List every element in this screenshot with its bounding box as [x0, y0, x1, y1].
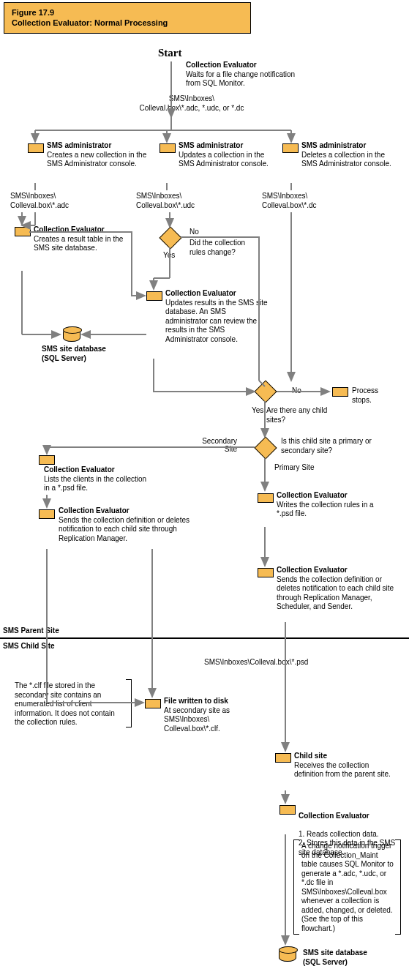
write-rules: Collection Evaluator Writes the collecti…: [277, 491, 386, 519]
no-label: No: [292, 386, 301, 394]
bracket-icon: [293, 839, 299, 935]
process-stops: Process stops.: [352, 386, 396, 405]
clf-note: The *.clf file stored in the secondary s…: [15, 681, 124, 727]
process-box: [279, 805, 296, 815]
send-def-full: Collection Evaluator Sends the collectio…: [277, 566, 401, 612]
bracket-icon: [395, 839, 401, 935]
db2-label: SMS site database (SQL Server): [303, 949, 398, 967]
figure-title: Collection Evaluator: Normal Processing: [12, 18, 168, 27]
process-box: [160, 143, 176, 153]
process-box: [146, 291, 162, 301]
process-box: [258, 568, 274, 577]
database-icon: [279, 949, 296, 962]
admin-update: SMS administrator Updates a collection i…: [179, 141, 274, 169]
site-divider: [0, 637, 409, 639]
trigger-note: A change notification trigger on the Col…: [301, 842, 395, 933]
rules-question: Did the collection rules change?: [190, 239, 255, 257]
decision-diamond: [254, 436, 277, 459]
yes-label: Yes: [163, 251, 175, 259]
process-box: [282, 143, 299, 153]
child-site-label: SMS Child Site: [3, 642, 55, 651]
update-results: Collection Evaluator Updates results in …: [165, 289, 268, 344]
admin-delete: SMS administrator Deletes a collection i…: [301, 141, 401, 169]
process-box: [15, 227, 31, 236]
database-icon: [63, 329, 80, 342]
db1-label: SMS site database (SQL Server): [42, 345, 130, 363]
start-label: Start: [158, 47, 182, 59]
child-question: Are there any child sites?: [266, 406, 332, 424]
process-box: [332, 387, 348, 397]
decision-diamond: [159, 226, 181, 249]
process-box: [275, 753, 291, 763]
child-site-node: Child site Receives the collection defin…: [294, 752, 397, 779]
path-adc: SMS\Inboxes\ Colleval.box\*.adc: [10, 192, 105, 210]
path-udc: SMS\Inboxes\ Colleval.box\*.udc: [136, 192, 231, 210]
primary-label: Primary Site: [274, 463, 314, 471]
create-result: Collection Evaluator Creates a result ta…: [34, 225, 129, 253]
process-box: [28, 143, 44, 153]
send-def-or-del: Collection Evaluator Sends the collectio…: [59, 506, 198, 543]
wait-node: Collection Evaluator Waits for a file ch…: [186, 61, 296, 89]
site-type-question: Is this child site a primary or secondar…: [281, 437, 391, 455]
path-dc: SMS\Inboxes\ Colleval.box\*.dc: [262, 192, 357, 210]
decision-diamond: [254, 380, 277, 403]
file-written: File written to disk At secondary site a…: [164, 697, 252, 733]
admin-create: SMS administrator Creates a new collecti…: [47, 141, 151, 169]
process-box: [145, 699, 161, 708]
secondary-label: Secondary Site: [193, 437, 237, 453]
figure-title-box: Figure 17.9 Collection Evaluator: Normal…: [4, 2, 251, 34]
yes-label: Yes: [252, 406, 263, 414]
parent-site-label: SMS Parent Site: [3, 626, 59, 636]
bracket-icon: [126, 679, 132, 727]
wait-path-label: SMS\Inboxes\ Colleval.box\*.adc, *.udc, …: [119, 94, 265, 113]
psd-path: SMS\Inboxes\Colleval.box\*.psd: [204, 658, 308, 667]
list-clients: Collection Evaluator Lists the clients i…: [44, 465, 154, 493]
process-box: [39, 509, 55, 519]
process-box: [39, 455, 55, 465]
process-box: [258, 493, 274, 503]
no-label: No: [190, 228, 199, 236]
figure-number: Figure 17.9: [12, 8, 54, 17]
